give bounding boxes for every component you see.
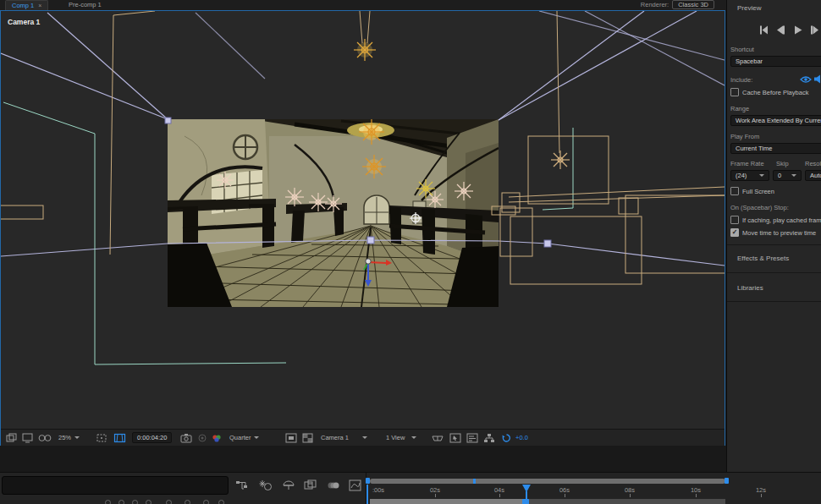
region-of-interest-icon[interactable] [96, 430, 107, 446]
comp-viewport[interactable]: Camera 1 [1, 11, 725, 428]
safe-guides-icon[interactable] [113, 430, 126, 446]
ruler-tick [499, 494, 500, 497]
effects-presets-panel-header[interactable]: Effects & Presets [737, 255, 789, 262]
target-region-icon[interactable] [285, 430, 297, 446]
tab-precomp1[interactable]: Pre-comp 1 [63, 0, 107, 9]
play-from-select[interactable]: Current Time [730, 143, 821, 154]
transparency-grid-icon[interactable] [302, 430, 313, 446]
resolution-preview-select[interactable]: Auto [805, 170, 821, 181]
full-screen-checkbox[interactable] [730, 187, 739, 195]
if-caching-row[interactable]: If caching, play cached frames [730, 216, 821, 224]
work-area-start-marker[interactable] [366, 485, 368, 504]
3d-wireframe-overlay[interactable] [1, 11, 725, 428]
view-layout-select[interactable]: 1 View [386, 430, 416, 446]
work-area-bar[interactable] [528, 499, 725, 504]
playhead-handle[interactable] [522, 499, 529, 504]
exposure-value[interactable]: +0.0 [515, 430, 528, 446]
snapshot-icon[interactable] [180, 430, 192, 446]
tab-comp1[interactable]: Comp 1× [5, 0, 48, 10]
stereo-goggles-icon[interactable] [38, 430, 52, 446]
camera-select[interactable]: Camera 1 [321, 430, 367, 446]
audio-icon[interactable] [118, 500, 124, 504]
view-options-icon[interactable] [431, 430, 444, 446]
move-time-checkbox[interactable]: ✓ [730, 228, 739, 237]
libraries-panel-header[interactable]: Libraries [737, 284, 763, 292]
include-video-eye-icon[interactable] [800, 75, 812, 84]
ruler-tick [630, 494, 631, 497]
label-color-icon[interactable] [166, 500, 172, 504]
light-stars [217, 39, 570, 212]
magnification-select[interactable]: 25% [58, 430, 80, 446]
timeline-panel: :00s 02s 04s 06s 08s 10s 12s [0, 472, 821, 504]
play-icon[interactable] [793, 25, 802, 35]
draft-3d-icon[interactable] [259, 479, 273, 491]
include-audio-speaker-icon[interactable] [814, 74, 821, 84]
play-from-label: Play From [730, 133, 759, 140]
video-eye-icon[interactable] [105, 500, 111, 504]
renderer-label: Renderer: [641, 1, 669, 8]
chevron-down-icon [411, 436, 416, 439]
skip-select[interactable]: 0 [773, 170, 802, 181]
preview-panel-title[interactable]: Preview [737, 4, 761, 12]
range-select[interactable]: Work Area Extended By Current Time [730, 115, 821, 126]
primary-viewer-icon[interactable] [22, 430, 33, 446]
include-label: Include: [730, 76, 752, 84]
first-frame-icon[interactable] [759, 25, 769, 35]
axis-gizmo[interactable] [364, 259, 392, 287]
pixel-aspect-icon[interactable] [449, 430, 461, 446]
channels-icon[interactable] [211, 430, 223, 446]
chevron-down-icon [362, 436, 367, 439]
always-preview-icon[interactable] [6, 430, 17, 446]
shy-layers-icon[interactable] [282, 479, 295, 491]
layer-switch-icon[interactable] [185, 500, 190, 504]
motion-blur-icon[interactable] [327, 479, 340, 491]
next-frame-icon[interactable] [810, 25, 819, 35]
navigator-start-handle[interactable] [366, 478, 370, 484]
navigator-end-handle[interactable] [725, 478, 729, 484]
viewer-toolbar: 25% 0:00:04:20 Quarter Camera 1 1 View +… [1, 429, 725, 446]
timeline-search-input[interactable] [2, 476, 229, 495]
preview-panel: Preview Shortcut Spacebar Include: Cache… [726, 0, 821, 472]
timeline-button-icon[interactable] [466, 430, 478, 446]
full-screen-row[interactable]: Full Screen [730, 187, 774, 195]
comp-tab-bar: Comp 1× Pre-comp 1 Renderer:Classic 3D [0, 0, 726, 10]
reset-exposure-icon[interactable] [501, 430, 512, 446]
ruler-tick [565, 494, 565, 497]
solo-icon[interactable] [132, 500, 138, 504]
renderer-area: Renderer:Classic 3D [641, 0, 714, 9]
resolution-label: Resolution [805, 160, 821, 167]
comp-mini-flowchart-icon[interactable] [235, 479, 249, 491]
frame-rate-label: Frame Rate [730, 160, 764, 167]
tab-close-icon[interactable]: × [38, 3, 41, 8]
shortcut-select[interactable]: Spacebar [730, 56, 821, 67]
move-time-row[interactable]: ✓ Move time to preview time [730, 228, 816, 237]
work-area-bar[interactable] [370, 499, 525, 504]
renderer-button[interactable]: Classic 3D [672, 0, 714, 9]
chevron-down-icon [791, 174, 796, 177]
time-navigator-bar[interactable] [370, 479, 725, 484]
panel-divider [727, 272, 821, 273]
stop-heading: On (Spacebar) Stop: [730, 204, 789, 211]
frame-rate-select[interactable]: (24) [730, 170, 769, 181]
chevron-down-icon [74, 436, 80, 439]
show-snapshot-icon[interactable] [197, 430, 207, 446]
resolution-select[interactable]: Quarter [229, 430, 259, 446]
cache-before-playback-checkbox[interactable] [730, 88, 739, 96]
cache-before-playback-row[interactable]: Cache Before Playback [730, 88, 808, 96]
graph-editor-icon[interactable] [349, 479, 362, 491]
previous-frame-icon[interactable] [776, 25, 785, 35]
ruler-tick [696, 494, 697, 497]
if-caching-checkbox[interactable] [730, 216, 739, 224]
chevron-down-icon [254, 436, 259, 439]
layer-switch-icon[interactable] [203, 500, 209, 504]
flowchart-icon[interactable] [483, 430, 495, 446]
timecode-display[interactable]: 0:00:04:20 [132, 430, 172, 446]
skip-label: Skip [776, 160, 789, 167]
panel-divider [727, 301, 821, 302]
point-of-interest-icon[interactable] [410, 212, 422, 224]
ruler-tick [435, 494, 436, 497]
layer-outline-teal [3, 102, 573, 364]
lock-icon[interactable] [146, 500, 152, 504]
frame-blending-icon[interactable] [304, 479, 317, 491]
layer-switch-icon[interactable] [218, 500, 224, 504]
